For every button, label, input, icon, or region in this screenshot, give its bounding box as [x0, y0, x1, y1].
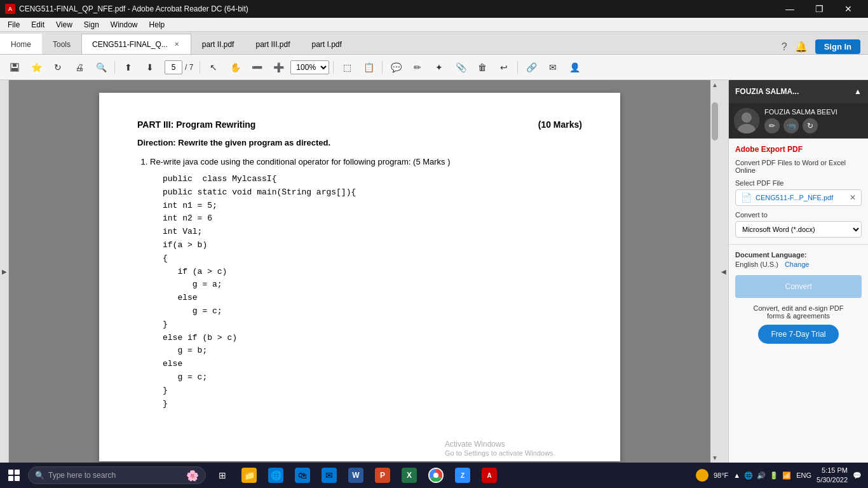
user-full-name: FOUZIA SALMA BEEVI — [764, 108, 837, 116]
window-title: CENG511-FINAL_QP_NFE.pdf - Adobe Acrobat… — [19, 4, 248, 13]
help-icon[interactable]: ? — [782, 41, 787, 53]
acrobat-taskbar-icon[interactable]: A — [477, 463, 502, 488]
menu-help[interactable]: Help — [144, 19, 170, 30]
user-button[interactable]: 👤 — [565, 58, 584, 76]
excel-icon[interactable]: X — [397, 463, 422, 488]
menu-file[interactable]: File — [3, 19, 25, 30]
prev-page-button[interactable]: ⬆ — [119, 58, 138, 76]
zoom-in-button[interactable]: ➕ — [269, 58, 288, 76]
refresh-icon[interactable]: ↻ — [803, 118, 818, 133]
tab-part3-label: part III.pdf — [255, 40, 290, 49]
menu-sign[interactable]: Sign — [79, 19, 104, 30]
undo-button[interactable]: ↩ — [494, 58, 513, 76]
scroll-thumb[interactable] — [712, 102, 718, 140]
tab-tools-label: Tools — [53, 40, 71, 49]
delete-button[interactable]: 🗑 — [473, 58, 492, 76]
pdf-file-icon: 📄 — [741, 193, 752, 203]
powerpoint-icon[interactable]: P — [370, 463, 395, 488]
chevron-up-icon[interactable]: ▲ — [733, 471, 740, 479]
hand-button[interactable]: ✋ — [226, 58, 245, 76]
file-explorer-icon[interactable]: 📁 — [236, 463, 262, 488]
network-icon[interactable]: 🌐 — [744, 471, 753, 480]
vertical-scrollbar[interactable]: ▲ ▼ — [710, 80, 719, 463]
tab-tools[interactable]: Tools — [42, 34, 81, 54]
page-number-input[interactable]: 5 — [165, 60, 182, 74]
scroll-down[interactable]: ▼ — [712, 454, 718, 461]
next-page-button[interactable]: ⬇ — [140, 58, 159, 76]
notification-icon[interactable]: 💬 — [853, 471, 862, 480]
bell-icon[interactable]: 🔔 — [795, 41, 808, 53]
zoom-select[interactable]: 100% 75% 50% 125% 150% — [290, 60, 329, 74]
zoom-icon[interactable]: Z — [450, 463, 475, 488]
cursor-button[interactable]: ↖ — [204, 58, 223, 76]
start-button[interactable] — [0, 463, 28, 488]
mail-icon[interactable]: ✉ — [316, 463, 342, 488]
clock[interactable]: 5:15 PM 5/30/2022 — [817, 466, 848, 485]
svg-rect-2 — [11, 68, 18, 71]
star-button[interactable]: ⭐ — [27, 58, 46, 76]
system-tray-icons: ▲ 🌐 🔊 🔋 📶 — [733, 471, 791, 480]
pencil-icon[interactable]: ✏ — [764, 118, 780, 133]
chrome-icon[interactable] — [423, 463, 449, 488]
tab-part2[interactable]: part II.pdf — [191, 34, 245, 54]
maximize-button[interactable]: ❐ — [804, 0, 834, 18]
taskbar: 🔍 Type here to search 🌸 ⊞ 📁 🌐 🛍 ✉ W P X — [0, 463, 868, 488]
taskbar-app-icons: ⊞ 📁 🌐 🛍 ✉ W P X — [210, 463, 502, 488]
tab-ceng511[interactable]: CENG511-FINAL_Q... ✕ — [81, 34, 191, 54]
speaker-icon[interactable]: 🔊 — [757, 471, 766, 480]
store-icon[interactable]: 🛍 — [290, 463, 315, 488]
wifi-icon[interactable]: 📶 — [782, 471, 791, 480]
acrobat-icon: A — [5, 4, 15, 14]
page-total: / 7 — [185, 63, 193, 72]
tab-home[interactable]: Home — [0, 34, 42, 54]
menu-window[interactable]: Window — [105, 19, 143, 30]
selection-mode-button[interactable]: ⬚ — [337, 58, 356, 76]
tab-part1[interactable]: part I.pdf — [301, 34, 352, 54]
menu-view[interactable]: View — [51, 19, 78, 30]
close-button[interactable]: ✕ — [834, 0, 863, 18]
pdf-container[interactable]: PART III: Program Rewriting (10 Marks) D… — [9, 80, 710, 463]
convert-format-select[interactable]: Microsoft Word (*.docx) — [735, 221, 862, 238]
tab-ceng511-close[interactable]: ✕ — [173, 39, 180, 49]
word-icon[interactable]: W — [343, 463, 369, 488]
snapshot-button[interactable]: 📋 — [359, 58, 378, 76]
tab-part3[interactable]: part III.pdf — [245, 34, 301, 54]
header-chevron-up[interactable]: ▲ — [854, 87, 862, 96]
video-icon[interactable]: 📹 — [783, 118, 799, 133]
right-panel-toggle[interactable]: ◀ — [719, 80, 728, 463]
save-button[interactable] — [5, 58, 24, 76]
stamp-button[interactable]: ✦ — [430, 58, 449, 76]
panel-footer-text: Convert, edit and e-sign PDF forms & agr… — [735, 304, 862, 320]
yellow-indicator — [696, 469, 709, 482]
windows-logo — [8, 470, 20, 481]
menu-bar: File Edit View Sign Window Help — [0, 18, 868, 32]
sign-in-button[interactable]: Sign In — [815, 39, 860, 54]
taskbar-search-bar[interactable]: 🔍 Type here to search 🌸 — [28, 466, 206, 484]
change-language-link[interactable]: Change — [785, 261, 810, 268]
convert-button[interactable]: Convert — [735, 275, 862, 298]
file-chip: 📄 CENG511-F...P_NFE.pdf ✕ — [735, 189, 862, 206]
link-button[interactable]: 🔗 — [522, 58, 541, 76]
minimize-button[interactable]: — — [775, 0, 804, 18]
title-bar-controls: — ❐ ✕ — [775, 0, 863, 18]
doc-lang-section: Document Language: English (U.S.) Change — [729, 245, 868, 275]
separator-1 — [114, 61, 115, 74]
comment-button[interactable]: 💬 — [386, 58, 405, 76]
user-card: FOUZIA SALMA BEEVI ✏ 📹 ↻ — [729, 103, 868, 139]
print-button[interactable]: 🖨 — [70, 58, 89, 76]
zoom-out-button[interactable]: ➖ — [247, 58, 266, 76]
email-button[interactable]: ✉ — [543, 58, 562, 76]
edge-icon[interactable]: 🌐 — [263, 463, 288, 488]
scroll-up[interactable]: ▲ — [712, 81, 718, 88]
search-button[interactable]: 🔍 — [92, 58, 111, 76]
right-panel-header: FOUZIA SALMA... ▲ — [729, 80, 868, 103]
doc-lang-value: English (U.S.) — [735, 261, 778, 268]
attach-button[interactable]: 📎 — [451, 58, 470, 76]
task-view-button[interactable]: ⊞ — [210, 463, 235, 488]
free-trial-button[interactable]: Free 7-Day Trial — [758, 325, 838, 344]
highlight-button[interactable]: ✏ — [408, 58, 427, 76]
menu-edit[interactable]: Edit — [26, 19, 50, 30]
rotate-button[interactable]: ↻ — [48, 58, 67, 76]
left-panel-toggle[interactable]: ▶ — [0, 80, 9, 463]
remove-file-button[interactable]: ✕ — [850, 193, 856, 202]
